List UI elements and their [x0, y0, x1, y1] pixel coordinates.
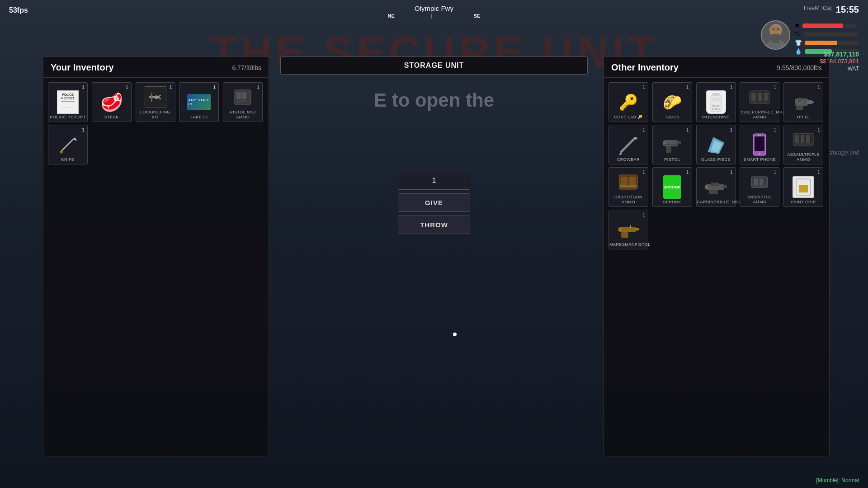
item-count: 1 — [730, 169, 732, 175]
mumble-label: [Mumble]: Normal — [816, 477, 859, 483]
item-dbshotgun-ammo[interactable]: 1 DBSHOTGUN AMMO — [609, 167, 648, 207]
svg-rect-65 — [799, 185, 808, 192]
cash-amount: $7,817,110 — [827, 51, 859, 58]
item-label: TACOS — [665, 115, 679, 120]
item-steak[interactable]: 1 🥩 STEAK — [92, 82, 132, 122]
item-assaultrifle-ammo[interactable]: 1 ASSAULTRIFLE AMMO — [783, 125, 823, 164]
item-tacos[interactable]: 1 🌮 TACOS — [652, 82, 692, 122]
svg-rect-67 — [635, 228, 639, 230]
steak-icon: 🥩 — [100, 90, 123, 114]
item-coke-lab[interactable]: 1 🔑 COKE LAB 🔑 — [609, 82, 648, 122]
hunger-row: 👕 — [795, 39, 859, 46]
item-knife[interactable]: 1 KNIFE — [48, 125, 88, 164]
player-stats-panel: ✖ 🛡 👕 💧 — [761, 20, 859, 55]
item-glass-piece[interactable]: 1 GLASS PIECE — [696, 125, 736, 164]
svg-marker-16 — [73, 137, 77, 141]
action-buttons: GIVE THROW — [280, 172, 588, 234]
health-bar-bg — [802, 23, 857, 28]
svg-rect-13 — [242, 92, 246, 99]
svg-point-4 — [773, 28, 774, 30]
svg-line-34 — [621, 138, 635, 152]
item-pistol-mk2-ammo[interactable]: 1 PISTOL MK2 AMMO — [223, 82, 263, 122]
item-marksmanpistol[interactable]: 1 MARKSMANPISTOL — [609, 210, 648, 249]
svg-point-33 — [799, 99, 801, 101]
throw-button[interactable]: THROW — [398, 216, 470, 234]
svg-rect-14 — [236, 100, 246, 102]
svg-rect-31 — [796, 106, 803, 110]
player-bars: ✖ 🛡 👕 💧 — [795, 20, 859, 55]
svg-rect-58 — [705, 185, 708, 189]
item-label: COKE LAB 🔑 — [614, 115, 643, 120]
item-label: PISTOL MK2 AMMO — [224, 110, 262, 120]
item-count: 1 — [82, 84, 85, 90]
item-count: 1 — [817, 84, 820, 90]
open-hint-text: E to open the — [374, 88, 494, 113]
item-count: 1 — [642, 212, 645, 217]
item-count: 1 — [817, 127, 820, 132]
svg-point-44 — [759, 153, 760, 155]
quantity-input[interactable] — [398, 172, 470, 190]
your-inventory-grid: 1 POLICE REPORT _ _ _ _ _ _ _ _ _ _ _ _ … — [43, 78, 269, 169]
svg-rect-20 — [712, 98, 721, 101]
player-name-tag: WAT — [820, 66, 859, 72]
item-label: PAINT CHIP — [791, 200, 816, 205]
svg-point-5 — [777, 28, 779, 30]
glass-icon — [704, 133, 728, 156]
svg-rect-59 — [711, 183, 719, 186]
item-pistol[interactable]: 1 PISTOL — [652, 125, 692, 164]
item-moonshine[interactable]: 1 MOON SHINE MOONSHINE — [696, 82, 736, 122]
moonshine-icon: MOON SHINE — [704, 90, 728, 114]
item-paint-chip[interactable]: 1 PAINT CHIP — [783, 167, 823, 207]
svg-text:MOON: MOON — [712, 104, 720, 107]
item-police-report[interactable]: 1 POLICE REPORT _ _ _ _ _ _ _ _ _ _ _ _ … — [48, 82, 88, 122]
item-count: 1 — [686, 169, 689, 175]
bullpup-ammo-icon — [748, 85, 771, 109]
svg-line-15 — [61, 139, 73, 152]
item-snspistol-ammo[interactable]: 1 SNSPISTOL AMMO — [740, 167, 779, 207]
item-bullpup-ammo[interactable]: 1 BULLPUPRIFLE_MK2 AMMO — [740, 82, 779, 122]
svg-rect-25 — [758, 93, 762, 101]
item-label: FAKE ID — [190, 115, 208, 120]
health-icon: ✖ — [795, 22, 800, 29]
middle-panel: STORAGE UNIT E to open the GIVE THROW — [280, 56, 588, 234]
your-inventory-header: Your Inventory 6.77/30lbs — [43, 57, 269, 78]
location-display: Olympic Fwy NE · · · · · · · · | · · · ·… — [387, 5, 480, 19]
item-carbinerifle-mk2[interactable]: 1 CARBINERIFLE_MK2 — [696, 167, 736, 207]
item-drill[interactable]: 1 DRILL — [783, 82, 823, 122]
give-button[interactable]: GIVE — [398, 193, 470, 212]
item-label: MARKSMANPISTOL — [609, 242, 647, 247]
lockpick-icon — [144, 85, 167, 109]
other-inventory-grid: 1 🔑 COKE LAB 🔑 1 🌮 TACOS 1 MOON SHINE — [604, 78, 829, 254]
other-inventory-weight: 9.55/800,000lbs — [777, 64, 822, 71]
item-count: 1 — [213, 84, 216, 90]
item-label: LOCKPICKING KIT — [137, 110, 175, 120]
svg-rect-57 — [709, 190, 718, 194]
svg-rect-6 — [149, 96, 160, 98]
item-label: SMART PHONE — [744, 157, 776, 162]
crowbar-icon — [617, 133, 640, 156]
item-count: 1 — [257, 84, 259, 90]
item-fake-id[interactable]: 1 ANY STATEID FAKE ID — [179, 82, 219, 122]
your-inventory-weight: 6.77/30lbs — [232, 64, 261, 71]
health-row: ✖ — [795, 22, 859, 29]
time-display: 15:55 — [836, 5, 859, 15]
fps-counter: 53fps — [9, 6, 28, 14]
item-label: DBSHOTGUN AMMO — [609, 195, 647, 205]
item-label: SPRUNK — [663, 200, 682, 205]
item-count: 1 — [82, 127, 85, 132]
svg-rect-37 — [666, 146, 671, 153]
sprunk-icon: SPRUNK — [660, 175, 684, 199]
other-inventory-panel: Other Inventory 9.55/800,000lbs 1 🔑 COKE… — [604, 56, 830, 456]
storage-unit-label: STORAGE UNIT — [280, 56, 588, 75]
svg-rect-12 — [236, 92, 241, 99]
item-lockpicking-kit[interactable]: 1 LOCKPICKING KIT — [136, 82, 175, 122]
item-sprunk[interactable]: 1 SPRUNK SPRUNK — [652, 167, 692, 207]
item-count: 1 — [126, 84, 128, 90]
item-label: MOONSHINE — [703, 115, 730, 120]
item-count: 1 — [686, 127, 689, 132]
phone-icon — [748, 133, 771, 156]
item-smart-phone[interactable]: 1 SMART PHONE — [740, 125, 779, 164]
item-label: GLASS PIECE — [701, 157, 731, 162]
item-label: ASSAULTRIFLE AMMO — [784, 152, 822, 162]
item-crowbar[interactable]: 1 CROWBAR — [609, 125, 648, 164]
